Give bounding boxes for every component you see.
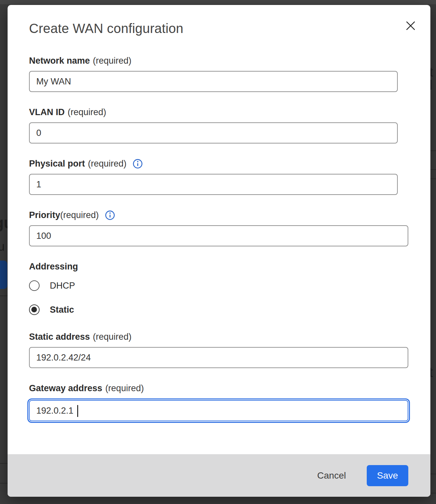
radio-option-dhcp[interactable]: DHCP (29, 280, 416, 291)
dialog-footer: Cancel Save (8, 454, 430, 497)
vlan-id-label: VLAN ID (29, 107, 65, 117)
vlan-id-input[interactable] (29, 122, 398, 143)
info-icon[interactable] (133, 159, 143, 169)
background-divider (0, 483, 8, 484)
vlan-id-field: VLAN ID (required) (29, 107, 416, 143)
info-icon[interactable] (105, 210, 115, 220)
background-divider (430, 493, 436, 493)
required-hint: (required) (105, 383, 144, 394)
network-name-label: Network name (29, 55, 90, 66)
screen: gu u t l t Create WAN configuration Netw… (0, 0, 436, 504)
background-text-fragment: u (0, 241, 5, 253)
addressing-label: Addressing (29, 261, 416, 272)
background-button-fragment (0, 261, 7, 289)
radio-static-label: Static (50, 305, 74, 315)
gateway-address-field: Gateway address (required) (29, 383, 416, 423)
priority-field: Priority (required) (29, 210, 416, 246)
gateway-address-input[interactable] (29, 400, 408, 421)
network-name-input[interactable] (29, 71, 398, 92)
required-hint: (required) (93, 55, 132, 66)
physical-port-input[interactable] (29, 174, 398, 195)
required-hint: (required) (68, 107, 106, 117)
create-wan-dialog: Create WAN configuration Network name (r… (8, 5, 430, 497)
network-name-field: Network name (required) (29, 55, 416, 92)
background-divider (430, 150, 436, 151)
radio-dhcp-label: DHCP (50, 281, 75, 291)
static-address-input[interactable] (29, 347, 408, 368)
required-hint: (required) (88, 158, 127, 169)
priority-input[interactable] (29, 225, 408, 246)
priority-label: Priority (29, 210, 60, 220)
close-icon[interactable] (403, 19, 418, 33)
static-address-label: Static address (29, 331, 90, 342)
physical-port-label: Physical port (29, 158, 85, 169)
background-divider (0, 296, 8, 296)
background-divider (430, 169, 436, 170)
save-button[interactable]: Save (367, 465, 408, 486)
required-hint: (required) (93, 331, 132, 342)
dialog-title: Create WAN configuration (29, 20, 416, 37)
cancel-button[interactable]: Cancel (313, 467, 351, 484)
background-divider (430, 474, 436, 474)
close-icon-glyph (404, 19, 417, 32)
gateway-address-focus-ring (27, 398, 410, 423)
required-hint: (required) (60, 210, 99, 220)
gateway-address-label: Gateway address (29, 383, 102, 394)
radio-unselected-icon[interactable] (29, 280, 40, 291)
radio-option-static[interactable]: Static (29, 304, 416, 315)
background-text-fragment: t l (429, 65, 436, 92)
background-divider (0, 463, 8, 464)
text-cursor (77, 405, 78, 417)
static-address-field: Static address (required) (29, 331, 416, 368)
radio-selected-icon[interactable] (29, 304, 40, 315)
background-divider (430, 178, 436, 179)
addressing-group: Addressing DHCP Static (29, 261, 416, 315)
physical-port-field: Physical port (required) (29, 158, 416, 195)
